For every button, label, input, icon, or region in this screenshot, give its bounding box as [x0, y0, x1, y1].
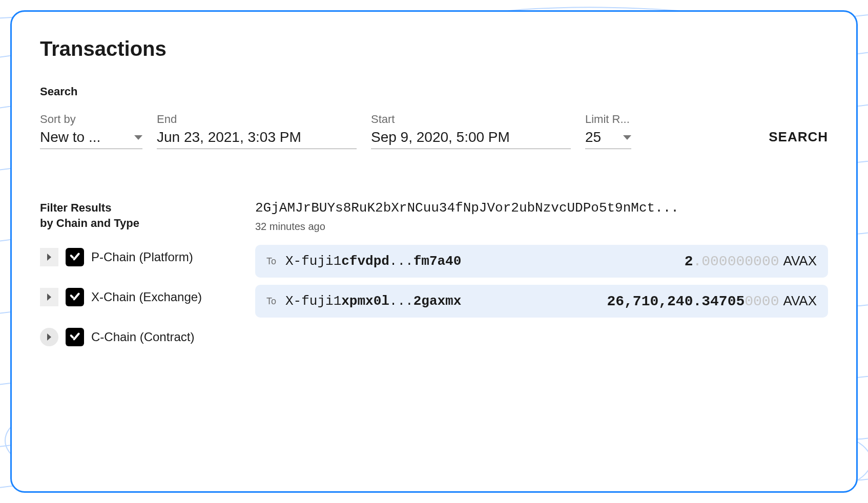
- output-address[interactable]: X-fuji1xpmx0l...2gaxmx: [285, 294, 461, 309]
- start-label: Start: [371, 113, 571, 126]
- search-controls: Sort by New to ... End Jun 23, 2021, 3:0…: [40, 113, 828, 149]
- chevron-right-icon: [47, 254, 51, 261]
- start-date-input[interactable]: Start Sep 9, 2020, 5:00 PM: [371, 113, 571, 149]
- check-icon: [70, 333, 80, 341]
- chevron-right-icon: [47, 294, 51, 301]
- to-label: To: [266, 256, 276, 267]
- filter-label: C-Chain (Contract): [91, 330, 194, 344]
- filter-item-p-chain: P-Chain (Platform): [40, 248, 224, 266]
- limit-select[interactable]: Limit R... 25: [585, 113, 631, 149]
- output-address[interactable]: X-fuji1cfvdpd...fm7a40: [285, 254, 461, 269]
- chevron-right-icon: [47, 333, 51, 341]
- check-icon: [70, 254, 80, 261]
- end-label: End: [157, 113, 357, 126]
- limit-label: Limit R...: [585, 113, 631, 126]
- transactions-card: Transactions Search Sort by New to ... E…: [10, 10, 858, 493]
- caret-down-icon: [623, 135, 631, 140]
- results-panel: 2GjAMJrBUYs8RuK2bXrNCuu34fNpJVor2ubNzvcU…: [255, 200, 828, 368]
- sort-by-select[interactable]: Sort by New to ...: [40, 113, 142, 149]
- checkbox-p-chain[interactable]: [66, 248, 84, 266]
- filters-heading: Filter Results by Chain and Type: [40, 200, 224, 230]
- checkbox-x-chain[interactable]: [66, 288, 84, 306]
- transaction-time: 32 minutes ago: [255, 221, 828, 233]
- filter-item-x-chain: X-Chain (Exchange): [40, 288, 224, 306]
- caret-down-icon: [134, 135, 142, 140]
- output-amount: 2.000000000AVAX: [685, 253, 817, 269]
- to-label: To: [266, 296, 276, 307]
- sort-by-label: Sort by: [40, 113, 142, 126]
- filter-label: P-Chain (Platform): [91, 250, 193, 264]
- search-heading: Search: [40, 85, 828, 98]
- transaction-output-row: To X-fuji1cfvdpd...fm7a40 2.000000000AVA…: [255, 245, 828, 278]
- output-amount: 26,710,240.347050000AVAX: [607, 293, 817, 309]
- expand-toggle[interactable]: [40, 328, 58, 346]
- page-title: Transactions: [40, 37, 828, 60]
- expand-toggle[interactable]: [40, 288, 58, 306]
- search-button[interactable]: SEARCH: [769, 129, 828, 149]
- filters-panel: Filter Results by Chain and Type P-Chain…: [40, 200, 224, 368]
- filter-item-c-chain: C-Chain (Contract): [40, 328, 224, 346]
- expand-toggle[interactable]: [40, 248, 58, 266]
- filter-label: X-Chain (Exchange): [91, 290, 202, 304]
- transaction-output-row: To X-fuji1xpmx0l...2gaxmx 26,710,240.347…: [255, 285, 828, 318]
- check-icon: [70, 294, 80, 301]
- end-date-input[interactable]: End Jun 23, 2021, 3:03 PM: [157, 113, 357, 149]
- transaction-hash[interactable]: 2GjAMJrBUYs8RuK2bXrNCuu34fNpJVor2ubNzvcU…: [255, 200, 828, 216]
- checkbox-c-chain[interactable]: [66, 328, 84, 346]
